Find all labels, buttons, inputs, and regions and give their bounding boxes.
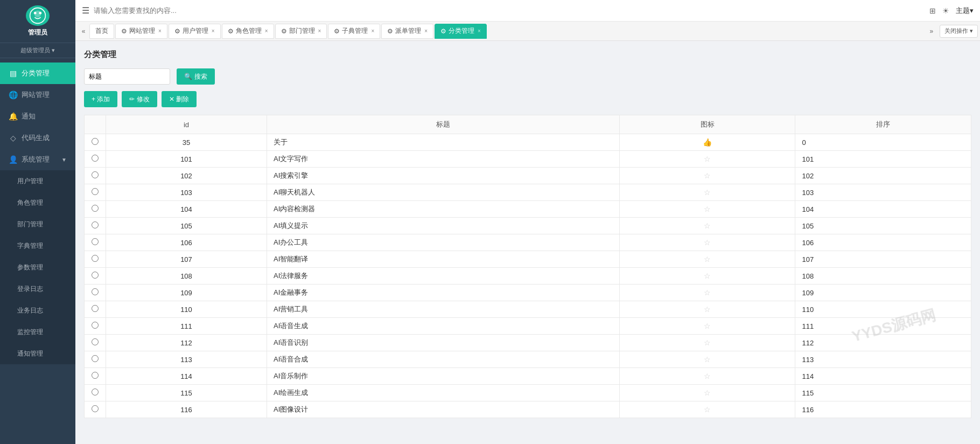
tab-close-icon[interactable]: × (212, 28, 215, 34)
tab-prev-btn[interactable]: « (78, 25, 89, 37)
star-icon: ☆ (704, 255, 711, 263)
row-radio[interactable] (92, 288, 99, 295)
tab-close-icon[interactable]: × (158, 28, 162, 34)
thumb-up-icon: 👍 (703, 138, 712, 147)
row-radio[interactable] (92, 272, 99, 279)
tab-label: 部门管理 (289, 26, 315, 36)
grid-icon[interactable]: ⊞ (929, 6, 936, 15)
tab-close-icon[interactable]: × (318, 28, 321, 34)
row-radio[interactable] (92, 221, 99, 228)
sidebar-user[interactable]: 超级管理员 ▾ (0, 43, 75, 58)
sidebar-item-dept-mgmt[interactable]: 部门管理 (0, 213, 75, 235)
sidebar-item-category[interactable]: ▤ 分类管理 (0, 63, 75, 84)
tab-close-icon[interactable]: × (478, 28, 481, 34)
row-radio[interactable] (92, 305, 99, 312)
search-button[interactable]: 🔍 搜索 (177, 68, 215, 85)
tab-website-mgmt[interactable]: ⚙ 网站管理 × (115, 24, 167, 39)
search-area: 🔍 搜索 (84, 68, 971, 85)
tab-settings-icon: ⚙ (228, 27, 234, 35)
sidebar-item-notify-mgmt[interactable]: 通知管理 (0, 343, 75, 364)
sidebar-item-param-mgmt[interactable]: 参数管理 (0, 256, 75, 278)
row-radio[interactable] (92, 372, 99, 379)
col-icon: 图标 (619, 115, 795, 134)
row-radio[interactable] (92, 171, 99, 178)
row-title: AI金融事务 (267, 285, 620, 301)
tab-dict-mgmt[interactable]: ⚙ 子典管理 × (328, 24, 380, 39)
tab-label: 子典管理 (342, 26, 368, 36)
sun-icon[interactable]: ☀ (942, 6, 949, 15)
data-table: id 标题 图标 排序 35关于👍0101AI文字写作☆101102AI搜索引擎… (84, 115, 971, 418)
sidebar-item-monitor[interactable]: 监控管理 (0, 321, 75, 343)
close-operations-btn[interactable]: 关闭操作 ▾ (940, 25, 978, 38)
col-id: id (106, 115, 267, 134)
row-select-cell (85, 318, 106, 335)
sidebar-item-codegen[interactable]: ◇ 代码生成 (0, 127, 75, 149)
title-search-input[interactable] (84, 68, 170, 85)
tab-close-icon[interactable]: × (371, 28, 374, 34)
sidebar-item-system[interactable]: 👤 系统管理 ▼ (0, 149, 75, 170)
table-row: 103AI聊天机器人☆103 (85, 184, 971, 201)
row-title: AI搜索引擎 (267, 168, 620, 184)
row-radio[interactable] (92, 255, 99, 262)
star-icon: ☆ (704, 205, 711, 213)
tab-role-mgmt[interactable]: ⚙ 角色管理 × (222, 24, 274, 39)
row-id: 35 (106, 134, 267, 151)
tab-close-icon[interactable]: × (424, 28, 428, 34)
tab-next-btn[interactable]: » (926, 25, 937, 37)
row-order: 104 (795, 201, 971, 218)
submenu-label: 登录日志 (17, 285, 43, 294)
tab-label: 网站管理 (129, 26, 155, 36)
row-radio[interactable] (92, 188, 99, 195)
row-radio[interactable] (92, 322, 99, 329)
sidebar-item-user-mgmt[interactable]: 用户管理 (0, 170, 75, 192)
row-radio[interactable] (92, 388, 99, 396)
menu-toggle-icon[interactable]: ☰ (82, 5, 89, 16)
tab-dept-mgmt[interactable]: ⚙ 部门管理 × (275, 24, 327, 39)
tab-category-mgmt[interactable]: ⚙ 分类管理 × (435, 24, 487, 39)
row-radio[interactable] (92, 155, 99, 162)
row-order: 0 (795, 134, 971, 151)
row-radio[interactable] (92, 205, 99, 212)
submenu-label: 监控管理 (17, 328, 43, 337)
edit-button[interactable]: ✏ 修改 (122, 91, 157, 107)
row-title: AI语音识别 (267, 335, 620, 351)
row-order: 101 (795, 151, 971, 168)
row-radio[interactable] (92, 405, 99, 412)
row-select-cell (85, 201, 106, 218)
sidebar-item-menu-mgmt[interactable]: 字典管理 (0, 235, 75, 256)
tab-close-icon[interactable]: × (265, 28, 268, 34)
tab-home[interactable]: 首页 (89, 24, 114, 39)
row-icon: ☆ (619, 351, 795, 368)
row-title: AI图像设计 (267, 401, 620, 418)
tab-label: 首页 (95, 26, 108, 36)
row-icon: ☆ (619, 318, 795, 335)
search-input[interactable] (94, 6, 925, 15)
row-order: 103 (795, 184, 971, 201)
row-radio[interactable] (92, 338, 99, 345)
search-icon: 🔍 (184, 73, 192, 80)
sidebar-item-login-log[interactable]: 登录日志 (0, 278, 75, 300)
row-title: AI内容检测器 (267, 201, 620, 218)
row-radio[interactable] (92, 238, 99, 245)
row-select-cell (85, 134, 106, 151)
tab-dispatch-mgmt[interactable]: ⚙ 派单管理 × (381, 24, 433, 39)
tab-user-mgmt[interactable]: ⚙ 用户管理 × (169, 24, 221, 39)
row-order: 116 (795, 401, 971, 418)
theme-selector[interactable]: 主题▾ (956, 6, 974, 16)
row-id: 112 (106, 335, 267, 351)
add-button[interactable]: + 添加 (84, 91, 117, 107)
sidebar: 管理员 超级管理员 ▾ ▤ 分类管理 🌐 网站管理 🔔 通知 ◇ 代码生成 👤 … (0, 0, 75, 444)
submenu-label: 字典管理 (17, 241, 43, 251)
row-select-cell (85, 368, 106, 385)
sidebar-item-notify[interactable]: 🔔 通知 (0, 106, 75, 127)
sidebar-item-website[interactable]: 🌐 网站管理 (0, 84, 75, 106)
row-radio[interactable] (92, 138, 99, 145)
row-title: AI营销工具 (267, 301, 620, 318)
row-icon: ☆ (619, 401, 795, 418)
row-id: 102 (106, 168, 267, 184)
row-title: 关于 (267, 134, 620, 151)
row-radio[interactable] (92, 355, 99, 362)
sidebar-item-role-mgmt[interactable]: 角色管理 (0, 192, 75, 213)
sidebar-item-biz-log[interactable]: 业务日志 (0, 300, 75, 321)
delete-button[interactable]: ✕ 删除 (162, 91, 197, 107)
